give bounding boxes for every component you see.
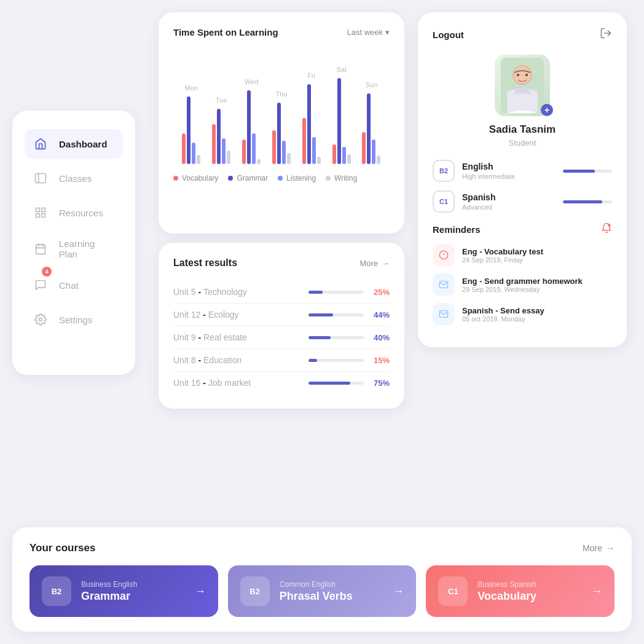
result-item-0: Unit 5 - Technology 25% — [173, 281, 390, 304]
profile-top: Logout — [433, 27, 612, 42]
logout-icon[interactable] — [600, 27, 612, 42]
bar-grammar — [277, 103, 281, 164]
bar-writing — [227, 151, 230, 164]
sidebar-item-label: Settings — [59, 315, 92, 325]
bar-grammar — [247, 90, 251, 164]
bar-grammar — [337, 78, 341, 164]
avatar-plus-icon[interactable]: + — [541, 104, 553, 116]
sidebar-item-chat[interactable]: 4 Chat — [25, 270, 123, 300]
bell-icon[interactable] — [601, 222, 612, 237]
chart-title: Time Spent on Learning — [173, 27, 278, 37]
sidebar-item-classes[interactable]: Classes — [25, 163, 123, 193]
results-card: Latest results More → Unit 5 - Technolog… — [159, 243, 404, 409]
bar-listening — [342, 147, 346, 164]
sidebar-item-label: Resources — [59, 208, 103, 218]
lang-info-spanish: Spanish Advanced — [462, 192, 556, 211]
chat-badge: 4 — [42, 267, 52, 277]
svg-rect-5 — [42, 214, 45, 218]
course-card-0[interactable]: B2 Business English Grammar → — [29, 565, 218, 617]
svg-rect-6 — [36, 245, 45, 254]
result-item-4: Unit 16 - Job market 75% — [173, 372, 390, 394]
bar-grammar — [367, 93, 371, 164]
lang-info-english: English High intermediate — [462, 162, 556, 180]
reminder-icon-vocab — [433, 244, 455, 266]
sidebar-item-learning-plan[interactable]: Learning Plan — [25, 232, 123, 265]
book-icon — [32, 170, 49, 187]
chat-icon: 4 — [32, 277, 49, 294]
chart-card: Time Spent on Learning Last week ▾ Mon T… — [159, 12, 404, 234]
svg-rect-2 — [36, 208, 40, 212]
course-card-1[interactable]: B2 Common English Phrasal Verbs → — [228, 565, 417, 617]
sidebar-item-label: Classes — [59, 173, 92, 184]
courses-more-link[interactable]: More → — [583, 543, 615, 553]
lang-badge-spanish: C1 — [433, 190, 455, 213]
lang-bar-english — [563, 170, 612, 173]
sidebar-item-settings[interactable]: Settings — [25, 305, 123, 334]
chart-col-fri: Fri — [302, 72, 321, 164]
period-selector[interactable]: Last week ▾ — [347, 28, 390, 37]
reminders-title: Reminders — [433, 224, 481, 235]
bar-vocab — [362, 132, 366, 164]
vocab-dot — [173, 176, 178, 181]
bar-listening — [192, 143, 195, 164]
bar-vocab — [272, 130, 276, 164]
sidebar-item-label: Learning Plan — [59, 238, 116, 259]
reminder-icon-essay — [433, 303, 455, 325]
svg-point-16 — [517, 74, 519, 76]
lang-bar-spanish — [563, 200, 612, 203]
bar-writing — [347, 154, 351, 164]
svg-rect-0 — [36, 174, 46, 183]
resource-icon — [32, 204, 49, 221]
logout-label: Logout — [433, 29, 464, 40]
lang-badge-english: B2 — [433, 160, 455, 182]
legend-listening: Listening — [278, 174, 316, 183]
chart-col-sun: Sun — [362, 81, 380, 164]
legend-grammar: Grammar — [228, 174, 268, 183]
course-level-badge-1: B2 — [240, 576, 270, 606]
course-level-badge-0: B2 — [42, 576, 71, 606]
bar-vocab — [182, 133, 186, 164]
profile-name: Sadia Tasnim — [433, 124, 612, 136]
progress-bar-2 — [308, 336, 364, 339]
chart-col-wed: Wed — [242, 78, 261, 164]
chart-bars-area: Mon Tue Wed — [173, 47, 390, 164]
course-arrow-0: → — [195, 585, 206, 598]
bar-writing — [317, 157, 321, 164]
bar-writing — [377, 155, 380, 164]
svg-point-18 — [608, 224, 611, 227]
chart-col-mon: Mon — [182, 84, 200, 164]
courses-header: Your courses More → — [29, 542, 615, 554]
lang-row-english: B2 English High intermediate — [433, 160, 612, 182]
course-level-badge-2: C1 — [438, 576, 468, 606]
svg-point-10 — [39, 318, 42, 321]
svg-point-17 — [525, 74, 528, 76]
chart-col-tue: Tue — [212, 96, 230, 164]
bar-listening — [282, 141, 286, 164]
sidebar-item-dashboard[interactable]: Dashboard — [25, 129, 123, 159]
svg-rect-3 — [42, 208, 45, 212]
progress-bar-4 — [308, 382, 364, 385]
lang-row-spanish: C1 Spanish Advanced — [433, 190, 612, 213]
reminder-item-1: Eng - Send grammer homework 29 Sep 2019,… — [433, 273, 612, 296]
bar-listening — [222, 138, 226, 164]
sidebar-item-resources[interactable]: Resources — [25, 198, 123, 227]
profile-role: Student — [433, 138, 612, 147]
courses-section: Your courses More → B2 Business English … — [12, 527, 632, 632]
result-item-3: Unit 8 - Education 15% — [173, 349, 390, 372]
course-info-2: Business Spanish Vocabulary — [477, 580, 581, 603]
reminder-item-0: Eng - Vocabulary test 24 Sep 2019, Firda… — [433, 244, 612, 266]
bar-vocab — [302, 118, 306, 164]
results-more-link[interactable]: More → — [359, 259, 390, 268]
course-card-2[interactable]: C1 Business Spanish Vocabulary → — [426, 565, 615, 617]
bar-grammar — [217, 109, 221, 164]
chart-header: Time Spent on Learning Last week ▾ — [173, 27, 390, 37]
profile-card: Logout + Sadia Tasnim Stu — [418, 12, 627, 347]
avatar-wrap: + — [433, 55, 612, 116]
results-header: Latest results More → — [173, 257, 390, 269]
course-arrow-1: → — [393, 585, 404, 598]
courses-title: Your courses — [29, 542, 95, 554]
reminder-icon-homework — [433, 273, 455, 296]
bar-listening — [312, 137, 316, 164]
progress-bar-3 — [308, 359, 364, 362]
bar-writing — [197, 155, 200, 164]
